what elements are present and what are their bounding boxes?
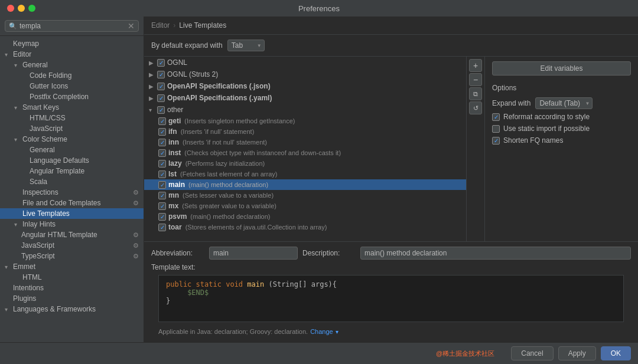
template-text-label-row: Template text: [151,263,631,271]
sidebar-item-plugins[interactable]: Plugins [0,293,144,304]
params-open: (String[] args){ [268,280,337,288]
sidebar-item-code-folding[interactable]: Code Folding [0,70,144,81]
description-input[interactable] [360,247,631,260]
ok-button[interactable]: OK [601,346,631,360]
sidebar-item-languages-frameworks[interactable]: ▾ Languages & Frameworks [0,304,144,314]
sidebar-item-editor[interactable]: ▾ Editor [0,49,144,60]
sidebar-item-javascript-inlay[interactable]: JavaScript ⚙ [0,240,144,251]
item-name-toar: toar [168,223,182,231]
template-item-inst[interactable]: inst (Checks object type with instanceof… [144,147,466,158]
sidebar-item-label: Keymap [13,40,39,48]
item-checkbox-lazy[interactable] [158,160,166,168]
sidebar-item-keymap[interactable]: Keymap [0,38,144,49]
edit-variables-button[interactable]: Edit variables [492,61,631,76]
template-item-mn[interactable]: mn (Sets lesser value to a variable) [144,190,466,201]
sidebar-item-label: Angular HTML Template [21,231,97,239]
add-button[interactable]: + [469,59,482,72]
maximize-button[interactable] [28,5,35,12]
template-line1: public static void main (String[] args){ [166,280,616,288]
copy-button[interactable]: ⧉ [469,87,482,100]
sidebar-item-angular-html-template[interactable]: Angular HTML Template ⚙ [0,229,144,240]
sidebar-item-color-scheme[interactable]: ▾ Color Scheme [0,134,144,145]
template-item-inn[interactable]: inn (Inserts 'if not null' statement) [144,137,466,147]
applicable-row: Applicable in Java: declaration; Groovy:… [151,326,631,337]
template-item-lazy[interactable]: lazy (Performs lazy initialization) [144,158,466,169]
sidebar-item-angular-template[interactable]: Angular Template [0,166,144,176]
sidebar-item-html-css[interactable]: HTML/CSS [0,113,144,123]
apply-button[interactable]: Apply [558,346,596,360]
template-item-mx[interactable]: mx (Sets greater value to a variable) [144,201,466,211]
change-link[interactable]: Change [310,328,333,335]
group-label-ognl-struts: OGNL (Struts 2) [167,70,218,78]
breadcrumb-separator: › [173,21,175,29]
sidebar-item-general2[interactable]: General [0,145,144,155]
bottom-fields: Abbreviation: Description: Template text… [144,241,638,342]
sidebar-item-general[interactable]: ▾ General [0,60,144,70]
sidebar-item-label: Editor [13,50,31,58]
item-name-mn: mn [168,191,179,199]
sidebar-item-html[interactable]: HTML [0,272,144,283]
item-checkbox-main[interactable] [158,181,166,189]
item-checkbox-mn[interactable] [158,192,166,199]
item-checkbox-lst[interactable] [158,170,166,178]
sidebar-item-gutter-icons[interactable]: Gutter Icons [0,81,144,91]
minimize-button[interactable] [18,5,25,12]
template-item-toar[interactable]: toar (Stores elements of java.util.Colle… [144,222,466,232]
sidebar-item-javascript-smartkeys[interactable]: JavaScript [0,123,144,134]
template-group-openapi-json[interactable]: ▶ OpenAPI Specifications (.json) [144,80,466,92]
sidebar-item-typescript[interactable]: TypeScript ⚙ [0,251,144,261]
sidebar-item-inspections[interactable]: Inspections ⚙ [0,187,144,198]
template-item-ifn[interactable]: ifn (Inserts 'if null' statement) [144,126,466,137]
sidebar-item-inlay-hints[interactable]: ▾ Inlay Hints [0,219,144,229]
item-checkbox-inst[interactable] [158,149,166,157]
template-item-main[interactable]: main (main() method declaration) [144,179,466,190]
search-input[interactable] [19,22,128,30]
template-item-psvm[interactable]: psvm (main() method declaration) [144,211,466,222]
sidebar-item-smart-keys[interactable]: ▾ Smart Keys [0,102,144,113]
abbreviation-input[interactable] [209,247,298,260]
item-checkbox-toar[interactable] [158,224,166,231]
sidebar-item-file-and-code-templates[interactable]: File and Code Templates ⚙ [0,198,144,208]
template-item-geti[interactable]: geti (Inserts singleton method getInstan… [144,116,466,126]
close-button[interactable] [7,5,14,12]
arrow-icon: ▾ [14,136,20,143]
traffic-lights [7,5,35,12]
group-checkbox-other[interactable] [157,106,165,114]
item-desc-mx: (Sets greater value to a variable) [182,202,276,209]
template-item-lst[interactable]: lst (Fetches last element of an array) [144,169,466,179]
remove-button[interactable]: − [469,73,482,86]
expand-arrow-icon: ▶ [149,95,155,101]
sidebar-item-emmet[interactable]: ▾ Emmet [0,261,144,272]
cancel-button[interactable]: Cancel [511,346,553,360]
sidebar-item-live-templates[interactable]: Live Templates [0,208,144,219]
shorten-fq-checkbox[interactable] [492,137,500,145]
item-checkbox-geti[interactable] [158,117,166,125]
expand-with-select[interactable]: Default (Tab) Tab Enter Space [535,97,593,109]
template-group-ognl-struts[interactable]: ▶ OGNL (Struts 2) [144,68,466,80]
sidebar-item-intentions[interactable]: Intentions [0,283,144,293]
group-checkbox-OGNL[interactable] [157,59,165,67]
description-label: Description: [302,249,356,257]
group-checkbox-ognl-struts[interactable] [157,71,165,78]
side-buttons: + − ⧉ ↺ [467,57,484,241]
expand-select[interactable]: Tab Enter Space [227,40,265,51]
template-group-other[interactable]: ▾ other [144,104,466,116]
shorten-fq-label: Shorten FQ names [503,136,563,145]
group-checkbox-openapi-yaml[interactable] [157,94,165,102]
item-checkbox-mx[interactable] [158,202,166,210]
reset-button[interactable]: ↺ [469,101,482,114]
template-group-openapi-yaml[interactable]: ▶ OpenAPI Specifications (.yaml) [144,92,466,104]
template-editor[interactable]: public static void main (String[] args){ [158,275,624,322]
templates-area: ▶ OGNL ▶ OGNL (Struts 2) [144,57,638,241]
sidebar-item-scala[interactable]: Scala [0,176,144,187]
search-clear-icon[interactable]: ✕ [128,22,135,30]
item-checkbox-psvm[interactable] [158,213,166,221]
sidebar-item-language-defaults[interactable]: Language Defaults [0,155,144,166]
group-checkbox-openapi-json[interactable] [157,83,165,90]
reformat-checkbox[interactable] [492,113,500,121]
item-checkbox-ifn[interactable] [158,128,166,136]
template-group-OGNL[interactable]: ▶ OGNL [144,57,466,68]
sidebar-item-postfix-completion[interactable]: Postfix Completion [0,91,144,102]
item-checkbox-inn[interactable] [158,139,166,146]
static-import-checkbox[interactable] [492,125,500,133]
